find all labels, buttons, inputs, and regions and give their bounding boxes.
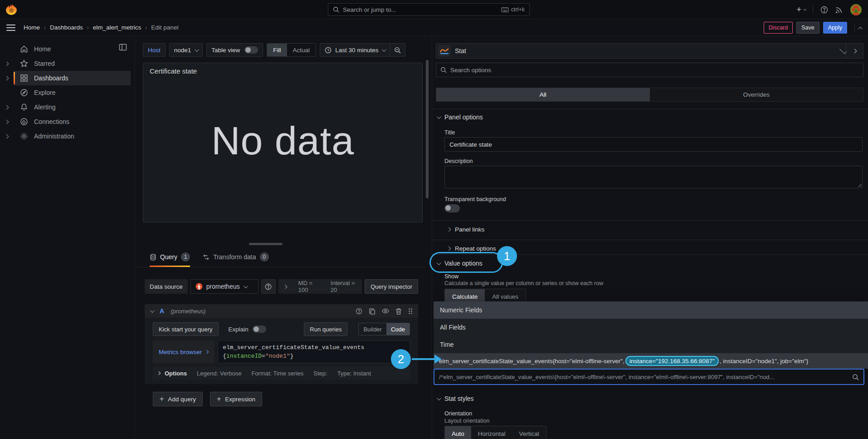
- sidebar-item-connections[interactable]: Connections: [14, 114, 131, 129]
- database-icon: [150, 254, 156, 261]
- code-option[interactable]: Code: [386, 323, 410, 335]
- fields-filter-field[interactable]: [434, 369, 864, 385]
- discard-button[interactable]: Discard: [764, 22, 793, 34]
- chevron-right-icon[interactable]: [283, 284, 287, 288]
- options-expand-chevron-icon[interactable]: [157, 371, 161, 375]
- news-icon[interactable]: [835, 6, 843, 14]
- breadcrumb-dashboards[interactable]: Dashboards: [50, 24, 83, 31]
- dropdown-option-time[interactable]: Time: [434, 336, 868, 353]
- nav-sidebar: Home Starred Dashboards Explore Alerting: [0, 36, 135, 439]
- expand-chevron-icon[interactable]: [5, 61, 9, 66]
- add-new-button[interactable]: +: [796, 5, 805, 15]
- collapse-pane-button[interactable]: [846, 44, 863, 58]
- dropdown-option-all-fields[interactable]: All Fields: [434, 319, 868, 336]
- sidebar-item-dashboards[interactable]: Dashboards: [14, 71, 131, 85]
- disable-query-eye-icon[interactable]: [382, 307, 389, 315]
- kick-start-button[interactable]: Kick start your query: [153, 322, 219, 336]
- orientation-vertical-option[interactable]: Vertical: [512, 426, 546, 439]
- run-queries-button[interactable]: Run queries: [304, 322, 347, 336]
- apply-button[interactable]: Apply: [823, 22, 847, 34]
- scrollbar-thumb[interactable]: [426, 60, 429, 198]
- fill-option[interactable]: Fill: [267, 44, 287, 56]
- panel-description-input[interactable]: [445, 166, 862, 188]
- metrics-browser-button[interactable]: Metrics browser: [153, 340, 214, 363]
- delete-query-trash-icon[interactable]: [395, 308, 402, 315]
- format-option: Format: Time series: [251, 370, 303, 377]
- expand-chevron-icon[interactable]: [5, 134, 9, 138]
- promql-code-editor[interactable]: elm_server_certificateState_value_events…: [218, 340, 410, 363]
- repeat-options-section[interactable]: Repeat options: [447, 245, 496, 252]
- zoom-out-time-button[interactable]: [390, 44, 405, 56]
- panel-options-header[interactable]: Panel options: [437, 113, 483, 121]
- add-expression-button[interactable]: +Expression: [210, 392, 262, 406]
- panel-title-input[interactable]: [449, 141, 858, 148]
- actual-option[interactable]: Actual: [287, 44, 316, 56]
- options-search-input[interactable]: [450, 67, 859, 74]
- query-options-row[interactable]: Options Legend: Verbose Format: Time ser…: [153, 367, 410, 380]
- sidebar-item-alerting[interactable]: Alerting: [14, 100, 131, 114]
- fields-filter-input[interactable]: [439, 374, 848, 380]
- datasource-select[interactable]: prometheus: [190, 279, 258, 294]
- explain-toggle[interactable]: [253, 326, 266, 333]
- panel-preview-title: Certificate state: [150, 67, 197, 75]
- save-button[interactable]: Save: [796, 22, 819, 34]
- stat-styles-header[interactable]: Stat styles: [437, 395, 474, 402]
- annotation-arrow-head: [434, 355, 442, 364]
- time-range-picker[interactable]: Last 30 minutes: [320, 47, 390, 54]
- sidebar-item-label: Connections: [34, 118, 69, 125]
- query-row-header[interactable]: A (prometheus): [145, 304, 418, 318]
- dropdown-option-metric-series[interactable]: elm_server_certificateState_value_events…: [434, 353, 868, 369]
- panel-links-section[interactable]: Panel links: [447, 226, 484, 233]
- query-stats-strip: MD = 100 Interval = 20: [278, 279, 362, 294]
- breadcrumb-home[interactable]: Home: [24, 24, 40, 31]
- add-query-button[interactable]: +Add query: [153, 392, 203, 406]
- dropdown-option-numeric-fields[interactable]: Numeric Fields: [434, 301, 868, 319]
- expand-chevron-icon[interactable]: [5, 119, 9, 124]
- user-avatar[interactable]: [850, 4, 862, 15]
- panel-description-field[interactable]: [444, 166, 863, 188]
- builder-option[interactable]: Builder: [359, 323, 386, 335]
- breadcrumb-dashboard-name[interactable]: elm_alert_metrics: [93, 24, 141, 31]
- query-inspector-button[interactable]: Query inspector: [365, 279, 418, 294]
- search-icon: [440, 67, 447, 73]
- visualization-picker[interactable]: Stat: [436, 43, 863, 59]
- sidebar-item-explore[interactable]: Explore: [14, 85, 131, 100]
- sidebar-item-label: Dashboards: [34, 74, 68, 82]
- query-help-icon[interactable]: [356, 308, 362, 315]
- sidebar-menu: Home Starred Dashboards Explore Alerting: [0, 42, 134, 143]
- menu-toggle-icon[interactable]: [6, 25, 15, 31]
- expand-chevron-icon[interactable]: [5, 76, 9, 80]
- drag-handle-icon[interactable]: [408, 308, 413, 315]
- tab-transform-data[interactable]: Transform data 0: [203, 252, 268, 267]
- panel-title-field[interactable]: [444, 137, 863, 152]
- sidebar-item-home[interactable]: Home: [14, 42, 131, 56]
- duplicate-query-icon[interactable]: [369, 308, 375, 315]
- table-view-toggle[interactable]: [244, 46, 258, 54]
- tab-query[interactable]: Query 1: [150, 252, 190, 267]
- title-label: Title: [444, 129, 455, 136]
- orientation-auto-option[interactable]: Auto: [445, 426, 471, 439]
- options-search[interactable]: [436, 63, 863, 77]
- splitter-drag-handle[interactable]: [249, 243, 283, 245]
- grafana-logo-icon[interactable]: [5, 4, 17, 15]
- host-variable-select[interactable]: node1: [169, 43, 203, 57]
- collapse-header-button[interactable]: [854, 24, 863, 31]
- help-icon[interactable]: [820, 6, 828, 14]
- collapse-query-chevron-icon[interactable]: [150, 308, 155, 313]
- search-input[interactable]: [343, 6, 497, 13]
- sidebar-item-label: Explore: [34, 89, 55, 96]
- tab-all[interactable]: All: [436, 88, 650, 101]
- orientation-horizontal-option[interactable]: Horizontal: [471, 426, 512, 439]
- expand-chevron-icon[interactable]: [5, 105, 9, 109]
- sidebar-item-administration[interactable]: Administration: [14, 129, 131, 143]
- datasource-help-button[interactable]: [261, 279, 276, 294]
- tab-overrides[interactable]: Overrides: [650, 88, 863, 101]
- global-search[interactable]: ctrl+k: [328, 3, 530, 16]
- transparent-background-toggle[interactable]: [444, 204, 460, 212]
- panel-preview[interactable]: Certificate state No data: [143, 63, 423, 222]
- breadcrumb-separator: ›: [44, 25, 46, 31]
- host-variable-label: Host: [143, 43, 166, 57]
- breadcrumb-separator: ›: [145, 25, 147, 31]
- panel-edit-actions: Discard Save Apply: [764, 22, 863, 34]
- sidebar-item-starred[interactable]: Starred: [14, 56, 131, 71]
